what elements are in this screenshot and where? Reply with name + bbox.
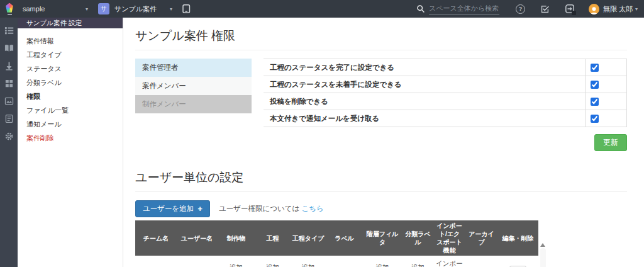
role-tab-project-admin[interactable]: 案件管理者 [135,59,252,77]
col-category-label: 分類ラベル [402,220,433,256]
permission-label: 工程のステータスを完了に設定できる [264,59,585,76]
gem-icon [6,3,14,13]
scroll-up-arrow[interactable] [540,243,545,247]
sidebar-list: 案件情報 工程タイプ ステータス 分類ラベル 権限 ファイル一覧 通知メール 案… [18,28,123,145]
permission-check-cell [585,110,626,127]
permission-checkbox[interactable] [591,81,599,89]
sidebar-item-delete-project[interactable]: 案件削除 [18,131,123,145]
device-preview-button[interactable] [181,4,191,14]
role-tab-project-member[interactable]: 案件メンバー [135,77,252,95]
permission-row: 投稿を削除できる [264,93,626,110]
role-tab-production-member[interactable]: 制作メンバー [135,95,252,113]
notifications-button[interactable] [565,4,575,14]
col-process-type: 工程タイプ [290,220,326,256]
main-content: サンプル案件 権限 案件管理者 案件メンバー 制作メンバー 工程のステータスを完… [124,18,644,267]
col-user: ユーザー名 [177,220,217,256]
col-hierarchy-filter: 階層フィルタ [362,220,402,256]
gear-icon[interactable] [4,132,14,141]
permission-checkbox[interactable] [591,115,599,123]
cell-archive [465,256,497,267]
catalog-icon[interactable] [4,43,14,53]
project-name: サンプル案件 [114,4,167,14]
approval-tasks-button[interactable] [540,4,550,14]
permission-label: 本文付きで通知メールを受け取る [264,110,585,127]
chevron-down-icon: ▾ [635,6,638,12]
hint-text: ユーザー権限については [219,205,299,212]
permission-checkbox[interactable] [591,98,599,106]
media-icon[interactable] [4,96,14,106]
update-button[interactable]: 更新 [594,134,627,151]
col-team: チーム名 [135,220,177,256]
permission-check-cell [585,93,626,110]
permission-hint: ユーザー権限については こちら [219,204,324,213]
project-selector[interactable]: サンプル案件 ▾ [114,4,172,14]
col-archive: アーカイブ [465,220,497,256]
permission-row: 工程のステータスを完了に設定できる [264,59,626,76]
permission-checkbox[interactable] [591,64,599,72]
permissions-table: 工程のステータスを完了に設定できる 工程のステータスを未着手に設定できる 投稿を… [264,59,627,127]
permissions-panel: 案件管理者 案件メンバー 制作メンバー 工程のステータスを完了に設定できる 工程… [135,59,627,127]
user-name: 無限 太郎 [603,4,633,14]
topbar: sample ▾ サ サンプル案件 ▾ ? [0,0,644,18]
report-icon[interactable] [4,114,14,123]
nav-rail [0,18,18,267]
sidebar-item-project-info[interactable]: 案件情報 [18,34,123,48]
user-permission-table: チーム名 ユーザー名 制作物 工程 工程タイプ ラベル 階層フィルタ 分類ラベル… [135,220,538,267]
user-table-wrap: チーム名 ユーザー名 制作物 工程 工程タイプ ラベル 階層フィルタ 分類ラベル… [135,220,627,267]
workspace-name: sample [23,5,83,13]
global-search [416,3,499,14]
divider [135,191,627,192]
chevron-down-icon: ▾ [170,6,172,12]
app-logo-icon[interactable] [3,3,16,15]
list-view-icon[interactable] [4,26,14,35]
chevron-down-icon: ▾ [86,6,88,12]
cell-user: 制作A 山田 [177,256,217,267]
table-header-row: チーム名 ユーザー名 制作物 工程 工程タイプ ラベル 階層フィルタ 分類ラベル… [135,220,538,256]
project-badge[interactable]: サ [98,3,109,14]
workflow-icon[interactable] [4,61,14,71]
page-title: サンプル案件 権限 [135,28,627,44]
sidebar-item-process-type[interactable]: 工程タイプ [18,48,123,62]
sidebar-item-permissions[interactable]: 権限 [18,89,123,103]
divider [135,50,627,50]
permission-row: 本文付きで通知メールを受け取る [264,110,626,127]
topbar-right: ? 無限 太郎 ▾ [416,3,644,14]
sidebar-item-status[interactable]: ステータス [18,62,123,76]
plus-icon: + [197,205,203,213]
user-settings-toolbar: ユーザーを追加 + ユーザー権限については こちら [135,200,627,217]
permission-label: 投稿を削除できる [264,93,585,110]
sidebar-item-notification-mail[interactable]: 通知メール [18,117,123,131]
help-icon[interactable]: ? [516,4,525,14]
person-icon [589,6,599,14]
col-import-export: インポート/エク スポート機能 [433,220,465,256]
cell-production: 追加 削除 更新 [217,256,255,267]
sidebar-item-file-list[interactable]: ファイル一覧 [18,103,123,117]
cell-team: 制作会社A [135,256,177,267]
apps-grid-icon[interactable] [4,79,14,88]
avatar[interactable] [589,4,599,14]
scrollbar-track[interactable] [540,248,546,267]
workspace-selector[interactable]: sample ▾ [23,5,88,13]
add-user-label: ユーザーを追加 [143,204,194,213]
gem-base [8,14,12,15]
add-user-button[interactable]: ユーザーを追加 + [135,200,210,217]
role-tabs: 案件管理者 案件メンバー 制作メンバー [135,59,252,127]
cell-category-label: 追加 削除 更新 [402,256,433,267]
search-icon [416,4,425,13]
search-input[interactable] [429,3,499,14]
sidebar-item-category-label[interactable]: 分類ラベル [18,76,123,89]
user-menu[interactable]: 無限 太郎 ▾ [603,4,638,14]
permission-row: 工程のステータスを未着手に設定できる [264,76,626,93]
table-scrollbar [539,220,547,267]
cell-process: 追加 削除 更新 [255,256,290,267]
tablet-icon [181,4,191,14]
table-row: 制作会社A 制作A 山田 追加 削除 更新 追加 削除 更新 追加 削除 更新 … [135,256,538,267]
cell-actions [497,256,538,267]
cell-label: 適用 はずす [326,256,362,267]
cell-process-type: 追加 削除 更新 [290,256,326,267]
col-process: 工程 [255,220,290,256]
hint-link[interactable]: こちら [302,205,324,212]
user-settings-title: ユーザー単位の設定 [135,169,627,186]
notification-badge [572,11,576,15]
permission-check-cell [585,59,626,76]
